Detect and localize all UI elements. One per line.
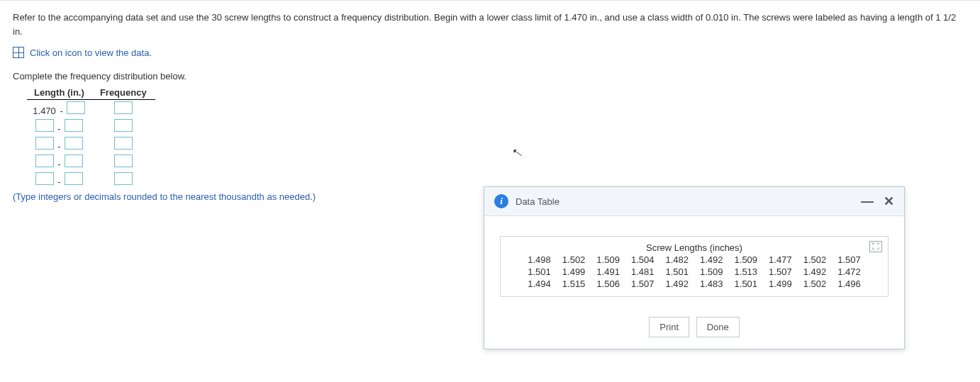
done-button[interactable]: Done <box>696 317 740 337</box>
range-dash: - <box>57 123 60 134</box>
view-data-link[interactable]: Click on icon to view the data. <box>13 47 967 58</box>
data-cell: 1.502 <box>803 254 827 265</box>
data-grid: 1.4981.5021.5091.5041.4821.4921.5091.477… <box>509 254 879 289</box>
table-row: - <box>27 135 155 153</box>
data-cell: 1.498 <box>528 254 551 265</box>
upper-limit-input[interactable] <box>65 172 83 185</box>
cursor-icon: ⭦ <box>511 146 525 161</box>
table-row: - <box>27 118 155 135</box>
first-lower-limit: 1.470 <box>33 106 56 116</box>
data-cell: 1.509 <box>596 254 620 265</box>
frequency-input[interactable] <box>114 172 133 185</box>
upper-limit-input[interactable] <box>67 101 85 114</box>
data-cell: 1.499 <box>769 279 792 289</box>
data-cell: 1.492 <box>700 254 723 265</box>
frequency-input[interactable] <box>114 119 133 132</box>
frequency-input[interactable] <box>114 101 133 114</box>
data-cell: 1.501 <box>665 266 689 277</box>
lower-limit-input[interactable] <box>35 137 54 150</box>
data-cell: 1.477 <box>769 254 792 265</box>
data-cell: 1.501 <box>528 266 551 277</box>
close-button[interactable]: ✕ <box>884 195 894 208</box>
range-dash: - <box>57 141 60 152</box>
data-table-dialog: i Data Table — ✕ ⛶ Screw Lengths (inches… <box>484 186 905 349</box>
upper-limit-input[interactable] <box>65 137 83 150</box>
data-cell: 1.507 <box>837 254 861 265</box>
data-cell: 1.499 <box>562 266 586 277</box>
complete-heading: Complete the frequency distribution belo… <box>13 71 967 82</box>
view-data-label: Click on icon to view the data. <box>30 47 152 58</box>
lower-limit-input[interactable] <box>35 172 54 185</box>
upper-limit-input[interactable] <box>65 155 83 167</box>
data-cell: 1.502 <box>803 279 827 289</box>
data-cell: 1.492 <box>665 279 689 289</box>
data-cell: 1.494 <box>528 279 551 289</box>
lower-limit-input[interactable] <box>35 119 54 132</box>
table-row: - <box>27 171 155 189</box>
data-cell: 1.509 <box>700 266 723 277</box>
data-cell: 1.481 <box>631 266 655 277</box>
table-row: - <box>27 153 155 171</box>
range-dash: - <box>60 106 62 116</box>
frequency-input[interactable] <box>114 155 133 167</box>
data-cell: 1.502 <box>562 254 586 265</box>
col-length: Length (in.) <box>27 86 91 100</box>
data-box: ⛶ Screw Lengths (inches) 1.4981.5021.509… <box>500 236 889 297</box>
data-cell: 1.482 <box>665 254 689 265</box>
data-cell: 1.507 <box>769 266 792 277</box>
frequency-table: Length (in.) Frequency 1.470 - - - <box>27 86 155 189</box>
data-cell: 1.491 <box>596 266 620 277</box>
minimize-button[interactable]: — <box>861 195 874 208</box>
problem-text: Refer to the accompanying data set and u… <box>13 11 967 38</box>
fullscreen-icon[interactable]: ⛶ <box>869 241 882 252</box>
data-cell: 1.492 <box>803 266 827 277</box>
upper-limit-input[interactable] <box>65 119 83 132</box>
frequency-input[interactable] <box>114 137 133 150</box>
print-button[interactable]: Print <box>649 317 689 337</box>
data-cell: 1.501 <box>735 279 758 289</box>
data-cell: 1.513 <box>735 266 758 277</box>
lower-limit-input[interactable] <box>35 155 54 167</box>
data-cell: 1.496 <box>837 279 861 289</box>
data-cell: 1.507 <box>631 279 655 289</box>
dialog-header: i Data Table — ✕ <box>484 187 904 216</box>
data-cell: 1.515 <box>562 279 586 289</box>
range-dash: - <box>57 159 60 169</box>
data-cell: 1.504 <box>631 254 655 265</box>
data-heading: Screw Lengths (inches) <box>509 242 879 253</box>
dialog-title: Data Table <box>516 196 854 207</box>
table-icon <box>13 47 24 58</box>
col-frequency: Frequency <box>91 86 155 100</box>
data-cell: 1.506 <box>596 279 620 289</box>
data-cell: 1.472 <box>837 266 861 277</box>
info-icon: i <box>494 194 508 208</box>
table-row: 1.470 - <box>27 100 155 118</box>
data-cell: 1.483 <box>700 279 723 289</box>
range-dash: - <box>57 176 60 187</box>
data-cell: 1.509 <box>735 254 758 265</box>
